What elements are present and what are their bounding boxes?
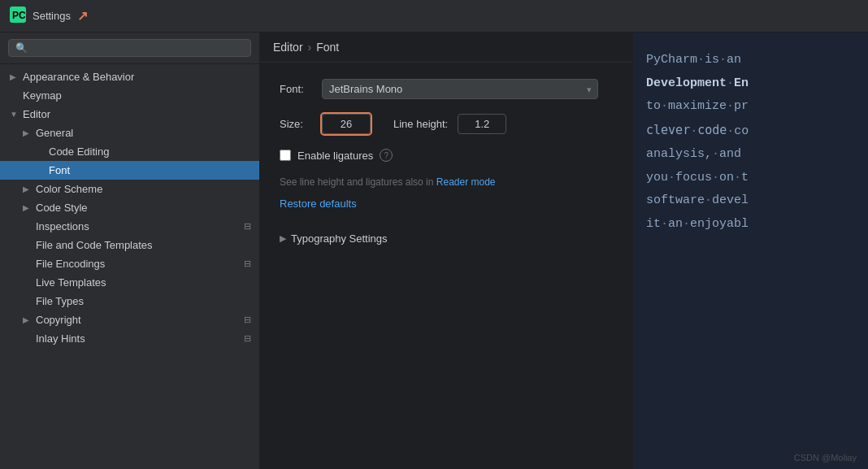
sidebar-item-label: Font	[49, 164, 70, 176]
main-container: 🔍 ▶ Appearance & Behavior Keymap ▼ Edito…	[0, 33, 868, 469]
typography-section-header[interactable]: ▶ Typography Settings	[280, 232, 613, 245]
line-height-input[interactable]: 1.2	[458, 114, 506, 134]
collapse-icon: ⊟	[244, 258, 251, 269]
restore-defaults-link[interactable]: Restore defaults	[280, 198, 357, 210]
chevron-right-icon: ▶	[280, 233, 286, 244]
sidebar-item-label: Live Templates	[36, 276, 106, 289]
sidebar-item-inspections[interactable]: Inspections ⊟	[0, 217, 259, 236]
sidebar-item-label: General	[36, 127, 73, 139]
preview-line-2: Development·En	[646, 72, 855, 96]
sidebar-item-label: Color Scheme	[36, 183, 102, 195]
reader-mode-link[interactable]: Reader mode	[436, 176, 496, 188]
sidebar-item-label: Code Editing	[49, 145, 109, 158]
search-bar: 🔍	[0, 33, 259, 64]
sidebar-item-label: File and Code Templates	[36, 239, 153, 251]
window-title: Settings	[33, 10, 71, 22]
sidebar-item-editor[interactable]: ▼ Editor	[0, 105, 259, 124]
preview-line-8: it·an·enjoyabl	[646, 213, 855, 237]
sidebar-list: ▶ Appearance & Behavior Keymap ▼ Editor …	[0, 64, 259, 469]
chevron-down-icon: ▼	[10, 110, 20, 119]
sidebar-item-font[interactable]: Font	[0, 161, 259, 180]
preview-line-3: to·maximize·pr	[646, 95, 855, 119]
sidebar-item-label: File Types	[36, 295, 84, 307]
sidebar-item-label: Inlay Hints	[36, 332, 85, 345]
ligatures-checkbox[interactable]	[280, 150, 291, 161]
chevron-right-icon: ▶	[23, 315, 33, 324]
font-select-wrap[interactable]: JetBrains Mono Consolas Courier New Mono…	[322, 79, 598, 99]
line-height-label: Line height:	[393, 118, 448, 130]
font-row: Font: JetBrains Mono Consolas Courier Ne…	[280, 79, 613, 99]
info-text: See line height and ligatures also in Re…	[280, 175, 613, 189]
sidebar-item-label: Inspections	[36, 220, 89, 232]
sidebar-item-file-encodings[interactable]: File Encodings ⊟	[0, 254, 259, 273]
sidebar-item-color-scheme[interactable]: ▶ Color Scheme	[0, 180, 259, 198]
search-input[interactable]	[33, 42, 244, 54]
sidebar-item-file-types[interactable]: File Types	[0, 292, 259, 310]
collapse-icon: ⊟	[244, 221, 251, 232]
sidebar-item-inlay-hints[interactable]: Inlay Hints ⊟	[0, 329, 259, 348]
chevron-right-icon: ▶	[23, 128, 33, 137]
ligatures-row: Enable ligatures ?	[280, 149, 613, 162]
sidebar-item-live-templates[interactable]: Live Templates	[0, 273, 259, 292]
chevron-right-icon: ▶	[23, 185, 33, 193]
sidebar-item-label: Keymap	[23, 89, 62, 102]
preview-text: PyCharm·is·an Development·En to·maximize…	[646, 49, 855, 236]
help-icon[interactable]: ?	[380, 149, 393, 162]
sidebar-item-file-code-templates[interactable]: File and Code Templates	[0, 236, 259, 254]
info-text-prefix: See line height and ligatures also in	[280, 176, 436, 188]
preview-line-7: software·devel	[646, 189, 855, 213]
breadcrumb-editor: Editor	[273, 41, 303, 54]
content-area: Editor › Font Font: JetBrains Mono Conso…	[260, 33, 632, 469]
sidebar-item-label: Appearance & Behavior	[23, 71, 134, 83]
sidebar-item-general[interactable]: ▶ General	[0, 124, 259, 142]
font-select[interactable]: JetBrains Mono Consolas Courier New Mono…	[322, 79, 598, 99]
size-input[interactable]: 26	[322, 114, 371, 134]
sidebar-item-keymap[interactable]: Keymap	[0, 86, 259, 105]
preview-line-4: clever·code·co	[646, 119, 855, 144]
ligatures-label: Enable ligatures	[297, 150, 373, 162]
preview-panel: PyCharm·is·an Development·En to·maximize…	[632, 33, 868, 469]
preview-line-5: analysis,·and	[646, 143, 855, 167]
collapse-icon: ⊟	[244, 333, 251, 344]
search-wrap[interactable]: 🔍	[8, 39, 251, 57]
breadcrumb: Editor › Font	[260, 33, 632, 63]
font-label: Font:	[280, 83, 312, 95]
sidebar-item-label: Copyright	[36, 314, 81, 326]
breadcrumb-separator: ›	[308, 41, 312, 54]
sidebar-item-label: Editor	[23, 108, 50, 120]
sidebar-item-appearance[interactable]: ▶ Appearance & Behavior	[0, 67, 259, 86]
arrow-decoration: ↗	[77, 8, 88, 24]
sidebar-item-code-editing[interactable]: Code Editing	[0, 142, 259, 161]
typography-label: Typography Settings	[291, 232, 388, 245]
size-input-wrap: 26	[322, 114, 371, 134]
sidebar: 🔍 ▶ Appearance & Behavior Keymap ▼ Edito…	[0, 33, 260, 469]
preview-line-1: PyCharm·is·an	[646, 49, 855, 72]
size-label: Size:	[280, 118, 312, 130]
chevron-right-icon: ▶	[10, 72, 20, 81]
chevron-right-icon: ▶	[23, 203, 33, 212]
collapse-icon: ⊟	[244, 315, 251, 325]
sidebar-item-code-style[interactable]: ▶ Code Style	[0, 198, 259, 217]
search-icon: 🔍	[15, 42, 28, 54]
size-row: Size: 26 Line height: 1.2	[280, 114, 613, 134]
breadcrumb-font: Font	[316, 41, 339, 54]
svg-text:PC: PC	[12, 10, 26, 21]
app-icon: PC	[10, 7, 26, 25]
settings-content: Font: JetBrains Mono Consolas Courier Ne…	[260, 63, 632, 261]
sidebar-item-copyright[interactable]: ▶ Copyright ⊟	[0, 310, 259, 329]
preview-line-6: you·focus·on·t	[646, 167, 855, 190]
title-bar: PC Settings ↗	[0, 0, 868, 33]
watermark: CSDN @Moliay	[794, 453, 857, 462]
sidebar-item-label: File Encodings	[36, 258, 105, 270]
sidebar-item-label: Code Style	[36, 202, 88, 214]
